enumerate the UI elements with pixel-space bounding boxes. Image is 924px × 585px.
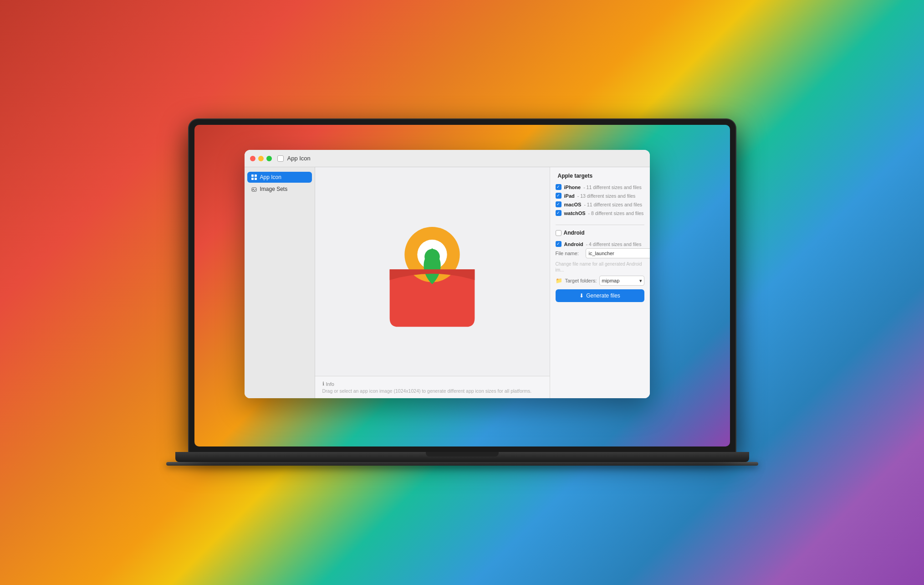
sidebar-item-label: App Icon — [260, 174, 281, 180]
svg-rect-3 — [255, 178, 257, 180]
svg-rect-2 — [251, 178, 254, 180]
laptop-notch — [426, 452, 499, 457]
sidebar-item-app-icon[interactable]: App Icon — [247, 172, 312, 183]
section-divider — [556, 225, 644, 225]
laptop-feet — [166, 462, 758, 466]
ipad-checkbox[interactable]: ✓ — [556, 193, 562, 199]
folder-label: Target folders: — [565, 278, 597, 283]
file-name-label: File name: — [556, 251, 583, 256]
title-bar-checkbox[interactable] — [277, 155, 284, 162]
app-window: App Icon — [245, 150, 650, 398]
app-body: App Icon Image Sets — [245, 167, 650, 398]
file-name-hint: Change file name for all generated Andro… — [556, 261, 644, 273]
target-folders-row: 📁 Target folders: mipmap ▾ — [556, 276, 644, 286]
target-iphone[interactable]: ✓ iPhone - 11 different sizes and files — [556, 183, 644, 191]
chevron-down-icon: ▾ — [639, 278, 642, 284]
laptop-base — [175, 452, 749, 462]
apple-section-title: Apple targets — [556, 173, 644, 179]
close-button[interactable] — [250, 156, 255, 161]
target-watchos[interactable]: ✓ watchOS - 8 different sizes and files — [556, 209, 644, 217]
main-content: ℹ Info Drag or select an app icon image … — [315, 167, 650, 398]
traffic-lights — [250, 156, 272, 161]
android-section: Android ✓ Android - 4 different sizes an… — [556, 230, 644, 302]
info-bar: ℹ Info Drag or select an app icon image … — [315, 376, 550, 398]
file-name-input[interactable] — [586, 248, 650, 258]
title-bar: App Icon — [245, 150, 650, 167]
svg-rect-0 — [251, 174, 254, 177]
svg-rect-1 — [255, 174, 257, 177]
canvas-area: ℹ Info Drag or select an app icon image … — [315, 167, 550, 398]
images-icon — [251, 186, 257, 192]
info-icon: ℹ — [322, 381, 324, 387]
right-panel: Apple targets ✓ iPhone - 11 different si… — [550, 167, 650, 398]
target-android[interactable]: ✓ Android - 4 different sizes and files — [556, 240, 644, 248]
grid-icon — [251, 174, 257, 180]
maximize-button[interactable] — [266, 156, 272, 161]
laptop-screen: App Icon — [189, 119, 735, 452]
macos-checkbox[interactable]: ✓ — [556, 201, 562, 207]
screen-inner: App Icon — [194, 125, 730, 446]
folder-icon: 📁 — [556, 277, 562, 284]
generate-files-button[interactable]: ⬇ Generate files — [556, 289, 644, 302]
svg-point-8 — [424, 249, 440, 265]
window-title: App Icon — [287, 155, 311, 162]
info-label: ℹ Info — [322, 381, 542, 387]
generate-icon: ⬇ — [579, 292, 584, 299]
info-text: Drag or select an app icon image (1024x1… — [322, 388, 542, 394]
target-ipad[interactable]: ✓ iPad - 13 different sizes and files — [556, 191, 644, 200]
canvas-main[interactable] — [315, 167, 550, 376]
sidebar: App Icon Image Sets — [245, 167, 315, 398]
android-section-checkbox[interactable] — [556, 230, 562, 236]
folder-select[interactable]: mipmap ▾ — [599, 276, 644, 286]
watchos-checkbox[interactable]: ✓ — [556, 210, 562, 216]
minimize-button[interactable] — [258, 156, 264, 161]
android-checkbox[interactable]: ✓ — [556, 241, 562, 247]
target-macos[interactable]: ✓ macOS - 11 different sizes and files — [556, 200, 644, 209]
laptop-wrapper: App Icon — [166, 119, 758, 466]
iphone-checkbox[interactable]: ✓ — [556, 184, 562, 190]
app-icon-svg — [368, 208, 496, 335]
android-section-title: Android — [556, 230, 644, 236]
sidebar-item-image-sets[interactable]: Image Sets — [247, 184, 312, 195]
sidebar-item-label: Image Sets — [260, 186, 288, 192]
file-name-row: File name: — [556, 248, 644, 258]
apple-targets-section: Apple targets ✓ iPhone - 11 different si… — [556, 173, 644, 217]
